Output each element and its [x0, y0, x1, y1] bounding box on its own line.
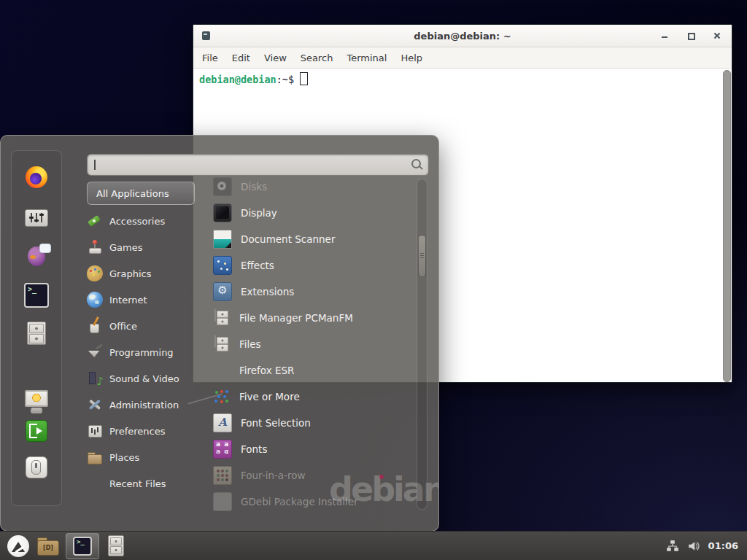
- category-recent-files[interactable]: Recent Files: [87, 470, 198, 497]
- administration-tools-icon: [87, 397, 103, 413]
- app-item-display[interactable]: Display: [207, 200, 416, 226]
- search-input[interactable]: [87, 154, 429, 176]
- gdebi-icon: [213, 492, 232, 511]
- display-icon: [213, 203, 232, 222]
- apps-scrollbar-thumb[interactable]: [418, 235, 426, 277]
- document-scanner-icon: [213, 230, 232, 249]
- logout-icon: [26, 420, 47, 442]
- files-icon: [214, 335, 216, 348]
- sound-video-icon: [87, 370, 103, 386]
- app-item-files[interactable]: Files: [207, 331, 416, 357]
- four-in-a-row-icon: [213, 466, 232, 485]
- menu-search[interactable]: Search: [301, 52, 333, 63]
- category-programming[interactable]: Programming: [87, 339, 198, 365]
- disks-icon: [213, 177, 232, 196]
- taskbar-file-manager-button[interactable]: [D]: [36, 534, 60, 559]
- terminal-window-icon: [202, 31, 210, 40]
- search-icon: [411, 159, 421, 168]
- menu-edit[interactable]: Edit: [232, 52, 250, 63]
- category-accessories[interactable]: Accessories: [87, 208, 198, 234]
- window-title: debian@debian: ~: [193, 31, 732, 42]
- taskbar-files-button[interactable]: [105, 534, 127, 559]
- graphics-icon: [87, 265, 103, 281]
- shutdown-icon: [26, 456, 47, 478]
- category-preferences[interactable]: Preferences: [87, 418, 198, 444]
- pidgin-icon: [28, 246, 45, 266]
- application-list: Disks Display Document Scanner Effects E…: [207, 174, 416, 511]
- terminal-cursor: [300, 72, 308, 85]
- favorite-terminal[interactable]: [23, 284, 50, 307]
- menu-terminal[interactable]: Terminal: [347, 52, 387, 63]
- menu-launcher-button[interactable]: [6, 534, 31, 559]
- maximize-button[interactable]: [686, 31, 695, 40]
- lock-screen-button[interactable]: [23, 389, 50, 412]
- application-menu: debian All Applications Accessories Game…: [0, 135, 439, 532]
- favorite-control-center[interactable]: [23, 206, 50, 230]
- logout-button[interactable]: [23, 419, 50, 443]
- accessories-icon: [87, 213, 103, 229]
- shell-prompt: debian@debian:~$: [193, 69, 732, 89]
- category-places[interactable]: Places: [87, 444, 198, 470]
- apps-scrollbar[interactable]: [417, 179, 427, 510]
- favorites-panel: [11, 150, 62, 506]
- terminal-icon: [73, 537, 92, 556]
- taskbar-terminal-button-active[interactable]: [66, 533, 99, 559]
- volume-icon[interactable]: [687, 540, 700, 553]
- clock[interactable]: 01:06: [708, 540, 738, 551]
- app-item-firefox-esr[interactable]: Firefox ESR: [207, 357, 416, 384]
- terminal-scrollbar[interactable]: [722, 70, 730, 381]
- menu-view[interactable]: View: [264, 52, 287, 63]
- favorite-pidgin[interactable]: [23, 244, 50, 268]
- category-administration[interactable]: Administration: [87, 392, 198, 418]
- category-sound-video[interactable]: Sound & Video: [87, 365, 198, 392]
- internet-globe-icon: [87, 292, 103, 308]
- programming-icon: [87, 344, 103, 360]
- prompt-user: debian@debian: [199, 74, 276, 85]
- app-item-four-in-a-row[interactable]: Four-in-a-row: [207, 462, 416, 489]
- menu-file[interactable]: File: [202, 52, 218, 63]
- category-list: All Applications Accessories Games Graph…: [87, 182, 198, 497]
- system-tray: 01:06: [666, 540, 741, 553]
- close-button[interactable]: [713, 31, 721, 40]
- shutdown-button[interactable]: [23, 456, 50, 479]
- text-caret: [94, 160, 96, 170]
- minimize-button[interactable]: [660, 31, 669, 40]
- network-icon[interactable]: [666, 540, 679, 553]
- folder-icon: [D]: [37, 540, 59, 556]
- lock-screen-icon: [24, 390, 49, 411]
- prompt-path: :~$: [276, 74, 294, 85]
- extensions-gear-icon: [213, 282, 232, 301]
- app-item-extensions[interactable]: Extensions: [207, 279, 416, 305]
- category-games[interactable]: Games: [87, 234, 198, 260]
- category-all-applications[interactable]: All Applications: [87, 182, 195, 205]
- favorite-firefox[interactable]: [23, 166, 50, 189]
- category-graphics[interactable]: Graphics: [87, 260, 198, 287]
- app-item-gdebi-package-installer[interactable]: GDebi Package Installer: [207, 489, 416, 511]
- favorite-file-manager[interactable]: [23, 322, 50, 345]
- debian-menu-icon: [7, 535, 29, 557]
- taskbar: [D] 01:06: [0, 531, 747, 560]
- terminal-scrollbar-thumb[interactable]: [723, 70, 731, 382]
- control-center-icon: [25, 209, 48, 227]
- app-item-five-or-more[interactable]: Five or More: [207, 384, 416, 410]
- firefox-icon: [26, 166, 47, 188]
- app-item-effects[interactable]: Effects: [207, 252, 416, 279]
- font-selection-icon: [213, 413, 232, 432]
- games-icon: [87, 239, 103, 255]
- file-cabinet-icon: [27, 322, 46, 345]
- file-cabinet-icon: [108, 535, 124, 556]
- app-item-fonts[interactable]: Fonts: [207, 436, 416, 462]
- office-icon: [87, 318, 103, 334]
- terminal-titlebar[interactable]: debian@debian: ~: [193, 25, 732, 47]
- app-item-document-scanner[interactable]: Document Scanner: [207, 226, 416, 252]
- terminal-menubar: File Edit View Search Terminal Help: [193, 47, 732, 69]
- app-item-font-selection[interactable]: Font Selection: [207, 410, 416, 436]
- terminal-icon: [24, 283, 49, 308]
- menu-help[interactable]: Help: [400, 52, 422, 63]
- category-office[interactable]: Office: [87, 313, 198, 339]
- app-item-disks[interactable]: Disks: [207, 174, 416, 200]
- file-manager-icon: [214, 308, 216, 322]
- category-internet[interactable]: Internet: [87, 287, 198, 313]
- app-item-file-manager-pcmanfm[interactable]: File Manager PCManFM: [207, 305, 416, 331]
- places-folder-icon: [87, 449, 103, 465]
